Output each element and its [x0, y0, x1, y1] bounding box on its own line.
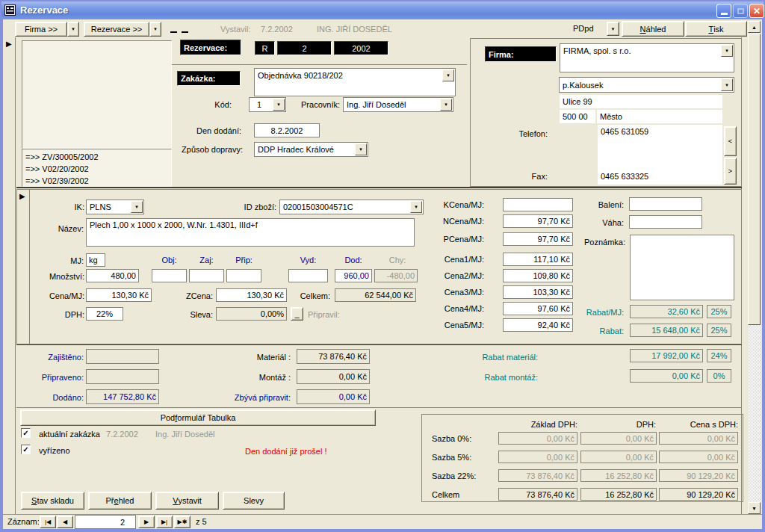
zip-field[interactable]: 500 00	[560, 110, 595, 123]
dph-cell: 0,00 Kč	[580, 451, 657, 463]
nav-first-button[interactable]: |◀	[40, 516, 56, 528]
window-minimize-button[interactable]	[716, 4, 731, 18]
contact-value: p.Kalousek	[563, 81, 603, 90]
stav-skladu-button[interactable]: Stav skladu	[21, 492, 84, 510]
vertical-scrollbar[interactable]: ▲ ▼	[748, 21, 761, 514]
doprava-combo[interactable]: DDP Hradec Králové ▼	[254, 142, 368, 157]
reservation-number: 2	[277, 41, 332, 55]
dropdown-arrow-icon[interactable]: ▼	[355, 143, 367, 155]
dropdown-arrow-icon[interactable]: ▼	[440, 99, 452, 111]
title-bar: Rezervace	[1, 1, 764, 19]
vyd-input[interactable]	[288, 269, 328, 282]
dph-cell: 0,00 Kč	[498, 432, 577, 445]
price-field[interactable]: 92,40 Kč	[503, 318, 573, 332]
obj-input[interactable]	[152, 269, 187, 282]
contact-prev-button[interactable]: <	[724, 126, 737, 156]
ik-combo[interactable]: PLNS ▼	[86, 200, 144, 214]
kod-combo[interactable]: 1 ▼	[249, 97, 286, 112]
mnozstvi-input[interactable]: 480,00	[86, 269, 139, 282]
price-field[interactable]: 117,10 Kč	[503, 253, 573, 266]
vaha-label: Váha:	[575, 218, 624, 228]
firma-menu-button[interactable]: Firma >>	[15, 22, 67, 37]
aktualni-zakazka-checkbox[interactable]: ✓	[21, 428, 31, 438]
sleva-button[interactable]: _	[291, 307, 303, 321]
prip-input[interactable]	[226, 269, 261, 282]
dph-input[interactable]: 22%	[86, 307, 123, 321]
dropdown-arrow-icon[interactable]: ▼	[721, 78, 733, 91]
poznamka-input[interactable]	[630, 235, 734, 300]
prehled-button[interactable]: Přehled	[88, 492, 152, 510]
linked-documents-list[interactable]: =>> ZV/30005/2002 =>> V02/20/2002 =>> V0…	[22, 149, 172, 187]
dropdown-arrow-icon[interactable]: ▼	[131, 201, 143, 213]
city-field[interactable]: Město	[597, 110, 722, 123]
price-label: Cena2/MJ:	[418, 271, 484, 281]
id-zbozi-combo[interactable]: 02001503004571C ▼	[279, 200, 424, 214]
price-field[interactable]	[503, 198, 573, 211]
record-selector-icon: ▶	[19, 193, 25, 200]
cena-mj-input[interactable]: 130,30 Kč	[86, 288, 152, 302]
record-selector-icon: ▶	[6, 40, 12, 48]
baleni-input[interactable]	[629, 197, 702, 211]
group-divider	[166, 64, 467, 65]
mj-input[interactable]: kg	[86, 253, 105, 267]
pracovnik-combo[interactable]: Ing. Jiří Doseděl ▼	[343, 97, 453, 112]
nav-prev-button[interactable]: ◀	[57, 516, 73, 528]
contact-combo[interactable]: p.Kalousek ▼	[559, 77, 734, 93]
dph-cell: 0,00 Kč	[659, 432, 738, 445]
subform-record-selector[interactable]	[17, 190, 30, 344]
subform-table-button[interactable]: Podformulář Tabulka	[20, 409, 376, 426]
scroll-down-icon[interactable]: ▼	[748, 502, 761, 514]
nav-new-record-button[interactable]: ▶✱	[174, 516, 191, 528]
scroll-up-icon[interactable]: ▲	[748, 21, 761, 33]
rabat-mj-label: Rabat/MJ:	[568, 308, 624, 318]
slevy-button[interactable]: Slevy	[223, 492, 285, 510]
nazev-input[interactable]: Plech 1,00 x 1000 x 2000, W.Nr. 1.4301, …	[86, 218, 415, 247]
preview-button[interactable]: Náhled	[622, 21, 684, 37]
dph-col-header: DPH:	[605, 420, 656, 430]
vyrizeno-checkbox[interactable]: ✓	[21, 445, 31, 454]
dph-row-label: Sazba 0%:	[432, 434, 471, 444]
window-close-button[interactable]: ✕	[749, 4, 764, 18]
doprava-value: DDP Hradec Králové	[258, 145, 334, 154]
dropdown-arrow-icon[interactable]: ▼	[442, 69, 454, 81]
price-field[interactable]: 97,60 Kč	[503, 302, 573, 315]
window-maximize-button[interactable]	[733, 4, 748, 18]
zcena-input[interactable]: 130,30 Kč	[216, 288, 287, 302]
reservation-listbox[interactable]	[22, 40, 172, 149]
nav-next-button[interactable]: ▶	[138, 516, 155, 528]
list-item[interactable]: =>> ZV/30005/2002	[25, 151, 168, 163]
form-icon	[4, 4, 16, 16]
application-window: Rezervace ✕ Firma >> ▼ Rezervace >> ▼ Vy…	[0, 0, 765, 532]
rabat-mj-pct-field: 25%	[707, 305, 731, 318]
zakazka-combo[interactable]: Objednávka 90218/202 ▼	[254, 68, 456, 96]
rezervace-menu-button[interactable]: Rezervace >>	[84, 22, 149, 37]
print-button[interactable]: Tisk	[685, 21, 747, 37]
price-field[interactable]: 109,80 Kč	[503, 269, 573, 282]
zaj-input[interactable]	[189, 269, 224, 282]
street-field[interactable]: Ulice 99	[560, 95, 722, 108]
price-label: Cena5/MJ:	[418, 321, 484, 330]
rezervace-dropdown-arrow-icon[interactable]: ▼	[149, 22, 161, 37]
firma-dropdown-arrow-icon[interactable]: ▼	[67, 22, 79, 37]
contact-next-button[interactable]: >	[724, 158, 737, 185]
check-icon: ✓	[22, 445, 28, 454]
nav-last-button[interactable]: ▶|	[156, 516, 173, 528]
vaha-input[interactable]	[629, 215, 702, 229]
list-item[interactable]: =>> V02/20/2002	[25, 163, 168, 175]
record-number-input[interactable]: 2	[75, 515, 136, 529]
pdpd-dropdown-arrow-icon[interactable]: ▼	[607, 22, 619, 36]
scrollbar-thumb[interactable]	[748, 34, 761, 325]
dropdown-arrow-icon[interactable]: ▼	[273, 99, 285, 111]
price-label: Cena1/MJ:	[418, 255, 484, 265]
chy-header: Chy:	[377, 256, 418, 265]
dash-mark	[182, 31, 188, 33]
phone-fax-field[interactable]: 0465 631059 0465 633325	[598, 125, 722, 185]
price-field[interactable]: 97,70 Kč	[503, 232, 573, 246]
price-field[interactable]: 97,70 Kč	[503, 214, 573, 228]
dropdown-arrow-icon[interactable]: ▼	[721, 45, 733, 57]
price-field[interactable]: 103,30 Kč	[503, 285, 573, 299]
list-item[interactable]: =>> V02/39/2002	[25, 175, 168, 187]
vystavit-button[interactable]: Vystavit	[155, 492, 219, 510]
den-dodani-input[interactable]: 8.2.2002	[254, 123, 320, 137]
firma-combo[interactable]: FIRMA, spol. s r.o. ▼	[560, 43, 734, 72]
